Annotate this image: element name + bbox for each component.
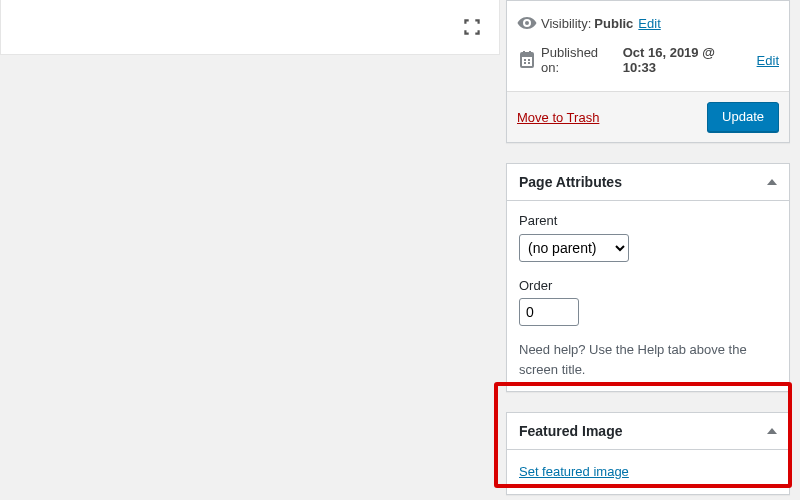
- parent-select[interactable]: (no parent): [519, 234, 629, 262]
- page-attributes-help: Need help? Use the Help tab above the sc…: [519, 340, 777, 379]
- fullscreen-icon[interactable]: [461, 16, 483, 38]
- visibility-label: Visibility:: [541, 16, 591, 31]
- page-attributes-header[interactable]: Page Attributes: [507, 164, 789, 201]
- published-label: Published on:: [541, 45, 620, 75]
- chevron-up-icon[interactable]: [767, 179, 777, 185]
- visibility-value: Public: [594, 16, 633, 31]
- update-button[interactable]: Update: [707, 102, 779, 132]
- featured-image-header[interactable]: Featured Image: [507, 413, 789, 450]
- featured-image-metabox: Featured Image Set featured image: [506, 412, 790, 495]
- calendar-icon: [517, 50, 537, 70]
- published-value: Oct 16, 2019 @ 10:33: [623, 45, 752, 75]
- page-attributes-metabox: Page Attributes Parent (no parent) Order…: [506, 163, 790, 392]
- publish-actions: Move to Trash Update: [507, 91, 789, 142]
- editor-content-box: [0, 0, 500, 55]
- parent-label: Parent: [519, 211, 777, 231]
- order-input[interactable]: [519, 298, 579, 326]
- visibility-icon: [517, 13, 537, 33]
- visibility-edit-link[interactable]: Edit: [638, 16, 660, 31]
- order-label: Order: [519, 276, 777, 296]
- move-to-trash-link[interactable]: Move to Trash: [517, 110, 599, 125]
- editor-area: [0, 0, 500, 500]
- publish-metabox: Visibility: Public Edit Published on: Oc…: [506, 0, 790, 143]
- featured-image-title: Featured Image: [519, 423, 622, 439]
- published-edit-link[interactable]: Edit: [757, 53, 779, 68]
- sidebar: Visibility: Public Edit Published on: Oc…: [500, 0, 800, 500]
- chevron-up-icon[interactable]: [767, 428, 777, 434]
- page-attributes-title: Page Attributes: [519, 174, 622, 190]
- published-row: Published on: Oct 16, 2019 @ 10:33 Edit: [517, 39, 779, 81]
- visibility-row: Visibility: Public Edit: [517, 7, 779, 39]
- set-featured-image-link[interactable]: Set featured image: [519, 464, 629, 479]
